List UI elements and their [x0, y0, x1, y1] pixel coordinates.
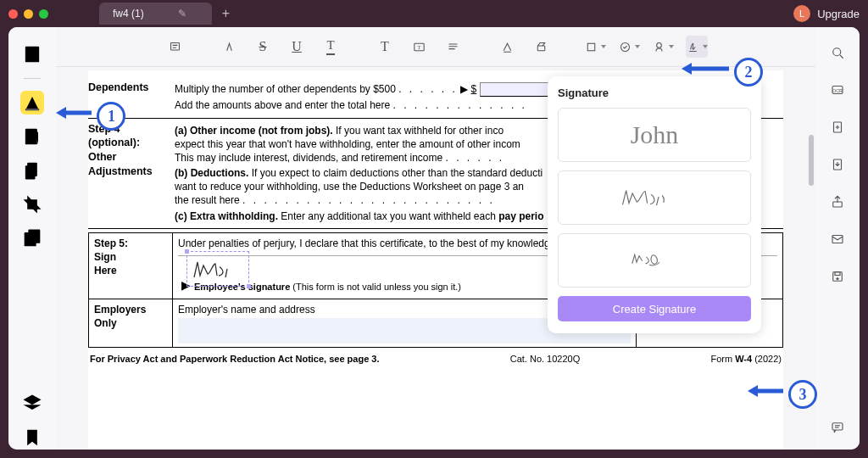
svg-rect-3	[25, 109, 39, 110]
marker-icon	[222, 40, 236, 54]
signature-option-2[interactable]	[558, 170, 751, 225]
rightbar-comment[interactable]	[827, 417, 848, 438]
callout-2: 2	[680, 58, 763, 87]
pages-icon	[20, 159, 44, 182]
stamp-icon	[618, 40, 632, 54]
sidebar-bookmark[interactable]	[20, 426, 44, 450]
image-insert-icon	[652, 40, 666, 54]
textbox-icon: T	[412, 40, 426, 54]
tool-add-text[interactable]: T	[374, 36, 396, 58]
svg-text:T: T	[417, 44, 421, 51]
rightbar-save[interactable]	[827, 266, 848, 287]
signature-option-3[interactable]	[558, 233, 751, 288]
shape-icon	[584, 40, 598, 54]
signature-popover-title: Signature	[558, 87, 751, 99]
rightbar-ocr[interactable]: OCR	[827, 80, 848, 100]
svg-rect-7	[25, 165, 36, 179]
eraser-icon	[534, 40, 548, 54]
new-tab-button[interactable]: +	[222, 6, 230, 21]
sidebar-highlight[interactable]	[20, 91, 44, 114]
rightbar-search[interactable]	[827, 42, 848, 63]
tool-textbox[interactable]: T	[408, 36, 430, 58]
upgrade-label: Upgrade	[817, 8, 860, 20]
tool-note[interactable]	[164, 36, 186, 58]
svg-rect-0	[25, 47, 39, 63]
step4-label: Step 4 (optional): Other Adjustments	[88, 119, 175, 228]
svg-point-22	[657, 42, 662, 47]
svg-rect-31	[832, 236, 843, 243]
rename-tab-icon[interactable]: ✎	[178, 8, 186, 20]
thumbnail-icon	[20, 42, 44, 66]
tool-highlight[interactable]	[218, 36, 240, 58]
sidebar-versions[interactable]	[20, 226, 44, 250]
tool-eraser[interactable]	[530, 36, 552, 58]
signature-popover: Signature John Create Signature	[548, 76, 761, 333]
svg-rect-33	[835, 272, 840, 276]
rightbar-export[interactable]	[827, 154, 848, 175]
callout-3: 3	[746, 380, 817, 409]
tool-underline[interactable]: U	[286, 36, 308, 58]
scrollbar-thumb[interactable]	[809, 135, 814, 186]
signature-glyph	[187, 252, 248, 286]
signature-option-1[interactable]: John	[558, 108, 751, 162]
pen-icon	[500, 40, 515, 54]
document-tab[interactable]: fw4 (1) ✎	[99, 3, 212, 25]
svg-line-25	[840, 55, 843, 59]
bookmark-icon	[20, 426, 44, 450]
maximize-window-icon[interactable]	[39, 9, 48, 19]
close-window-icon[interactable]	[8, 9, 18, 19]
titlebar: fw4 (1) ✎ + L Upgrade	[0, 0, 868, 27]
signature-icon	[686, 40, 700, 54]
sidebar-crop[interactable]	[20, 193, 44, 216]
placed-signature[interactable]	[186, 251, 249, 287]
form-icon	[20, 125, 44, 148]
tool-text-style[interactable]: T	[320, 36, 342, 58]
create-signature-button[interactable]: Create Signature	[558, 296, 751, 321]
svg-rect-30	[833, 202, 843, 207]
versions-icon	[20, 226, 44, 250]
crop-icon	[20, 193, 44, 216]
left-sidebar	[8, 27, 56, 450]
highlighter-icon	[20, 91, 44, 114]
note-icon	[168, 40, 182, 54]
tool-insert-image[interactable]	[652, 36, 674, 58]
window-controls	[8, 9, 48, 19]
comment-icon	[830, 420, 845, 435]
tool-paragraph[interactable]	[442, 36, 464, 58]
svg-text:OCR: OCR	[832, 88, 843, 93]
minimize-window-icon[interactable]	[24, 9, 33, 19]
svg-rect-34	[832, 423, 843, 430]
employers-label: Employers Only	[89, 299, 173, 347]
text-add-icon: T	[381, 39, 389, 54]
tool-signature[interactable]	[686, 36, 708, 58]
sidebar-fill-form[interactable]	[20, 125, 44, 148]
sidebar-pages[interactable]	[20, 159, 44, 182]
arrow-icon	[746, 383, 785, 399]
callout-1: 1	[54, 102, 125, 131]
page-footer: For Privacy Act and Paperwork Reduction …	[88, 353, 783, 366]
svg-rect-10	[170, 42, 179, 50]
rightbar-share[interactable]	[827, 192, 848, 212]
save-icon	[830, 269, 845, 284]
right-sidebar: OCR	[815, 27, 860, 450]
sidebar-thumbnail[interactable]	[20, 42, 44, 66]
strike-icon: S	[259, 39, 267, 54]
tool-shape[interactable]	[584, 36, 606, 58]
svg-rect-19	[537, 46, 545, 51]
tool-strikethrough[interactable]: S	[252, 36, 274, 58]
svg-rect-9	[28, 230, 40, 243]
sidebar-layers[interactable]	[20, 392, 44, 416]
export-icon	[830, 157, 845, 172]
tool-stamp[interactable]	[618, 36, 640, 58]
layers-icon	[20, 392, 44, 416]
avatar: L	[793, 5, 810, 22]
rightbar-convert[interactable]	[827, 117, 848, 137]
tool-pen[interactable]	[496, 36, 518, 58]
share-icon	[830, 194, 845, 209]
rightbar-mail[interactable]	[827, 229, 848, 249]
search-icon	[830, 45, 845, 60]
arrow-icon	[680, 60, 731, 77]
upgrade-button[interactable]: L Upgrade	[793, 5, 860, 22]
text-icon: T	[326, 38, 334, 55]
paragraph-icon	[446, 40, 460, 54]
